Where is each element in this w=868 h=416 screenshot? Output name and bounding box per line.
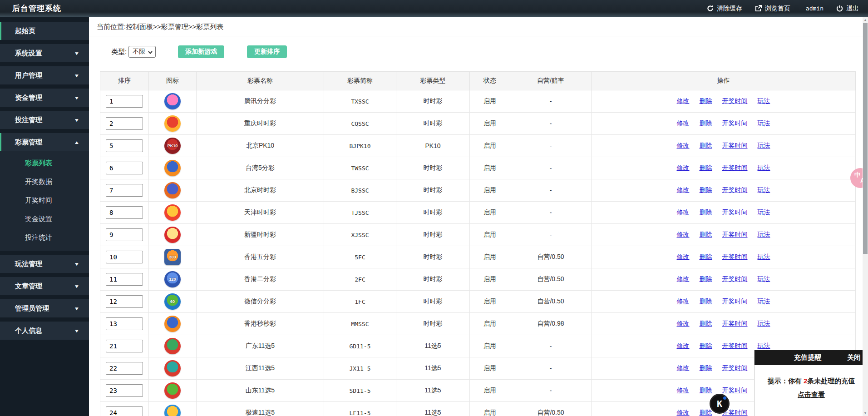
sidebar-item[interactable]: 系统设置▼ (0, 44, 89, 62)
delete-link[interactable]: 删除 (700, 186, 712, 193)
draw-time-link[interactable]: 开奖时间 (722, 364, 748, 371)
sort-input[interactable] (106, 251, 143, 263)
sort-input[interactable] (106, 406, 143, 416)
sidebar-item[interactable]: 管理员管理▼ (0, 299, 89, 317)
delete-link[interactable]: 删除 (700, 253, 712, 260)
edit-link[interactable]: 修改 (677, 119, 690, 127)
draw-time-link[interactable]: 开奖时间 (722, 208, 748, 216)
scroll-up-arrow-icon[interactable]: ▲ (863, 17, 868, 23)
play-rules-link[interactable]: 玩法 (758, 97, 770, 104)
sort-input[interactable] (106, 384, 143, 397)
sidebar-subitem[interactable]: 奖金设置 (0, 210, 89, 228)
sidebar-item[interactable]: 玩法管理▼ (0, 255, 89, 273)
draw-time-link[interactable]: 开奖时间 (722, 253, 748, 260)
draw-time-link[interactable]: 开奖时间 (722, 142, 748, 149)
edit-link[interactable]: 修改 (677, 297, 690, 305)
draw-time-link[interactable]: 开奖时间 (722, 186, 748, 193)
edit-link[interactable]: 修改 (677, 386, 690, 394)
k-floating-button[interactable]: K (710, 394, 730, 414)
delete-link[interactable]: 删除 (700, 409, 712, 416)
play-rules-link[interactable]: 玩法 (758, 320, 770, 327)
add-game-button[interactable]: 添加新游戏 (178, 45, 224, 58)
delete-link[interactable]: 删除 (700, 320, 712, 327)
play-rules-link[interactable]: 玩法 (758, 231, 770, 238)
draw-time-link[interactable]: 开奖时间 (722, 119, 748, 127)
sort-input[interactable] (106, 340, 143, 352)
type-filter-select[interactable]: 不限 (128, 46, 156, 58)
draw-time-link[interactable]: 开奖时间 (722, 97, 748, 104)
edit-link[interactable]: 修改 (677, 253, 690, 260)
scrollbar-thumb[interactable] (863, 23, 868, 254)
sort-input[interactable] (106, 162, 143, 174)
sort-input[interactable] (106, 206, 143, 219)
sidebar-item[interactable]: 投注管理▼ (0, 111, 89, 129)
edit-link[interactable]: 修改 (677, 164, 690, 171)
play-rules-link[interactable]: 玩法 (758, 119, 770, 127)
play-rules-link[interactable]: 玩法 (758, 297, 770, 305)
sort-input[interactable] (106, 139, 143, 152)
play-rules-link[interactable]: 玩法 (758, 142, 770, 149)
delete-link[interactable]: 删除 (700, 208, 712, 216)
edit-link[interactable]: 修改 (677, 142, 690, 149)
sidebar-subitem[interactable]: 彩票列表 (0, 154, 89, 173)
delete-link[interactable]: 删除 (700, 386, 712, 394)
delete-link[interactable]: 删除 (700, 364, 712, 371)
sidebar-subitem[interactable]: 开奖时间 (0, 191, 89, 210)
draw-time-link[interactable]: 开奖时间 (722, 231, 748, 238)
play-rules-link[interactable]: 玩法 (758, 186, 770, 193)
sort-input[interactable] (106, 184, 143, 197)
sidebar-subitem[interactable]: 投注统计 (0, 228, 89, 247)
sort-input[interactable] (106, 362, 143, 375)
notice-view-link[interactable]: 点击查看 (798, 391, 825, 399)
delete-link[interactable]: 删除 (700, 142, 712, 149)
draw-time-link[interactable]: 开奖时间 (722, 342, 748, 349)
delete-link[interactable]: 删除 (700, 231, 712, 238)
update-sort-button[interactable]: 更新排序 (247, 45, 287, 58)
play-rules-link[interactable]: 玩法 (758, 275, 770, 282)
status-label-cell: 启用 (470, 179, 510, 202)
edit-link[interactable]: 修改 (677, 231, 690, 238)
sidebar-item[interactable]: 资金管理▼ (0, 89, 89, 107)
delete-link[interactable]: 删除 (700, 164, 712, 171)
sidebar-item[interactable]: 个人信息▼ (0, 322, 89, 340)
edit-link[interactable]: 修改 (677, 342, 690, 349)
logout-button[interactable]: 退出 (836, 5, 859, 13)
sidebar-item[interactable]: 文章管理▼ (0, 277, 89, 295)
play-rules-link[interactable]: 玩法 (758, 342, 770, 349)
sort-input[interactable] (106, 317, 143, 330)
sort-input[interactable] (106, 228, 143, 241)
vertical-scrollbar[interactable]: ▲ ▼ (863, 17, 868, 416)
edit-link[interactable]: 修改 (677, 409, 690, 416)
sidebar-item[interactable]: 起始页 (0, 22, 89, 40)
scroll-down-arrow-icon[interactable]: ▼ (863, 410, 868, 416)
delete-link[interactable]: 删除 (700, 275, 712, 282)
edit-link[interactable]: 修改 (677, 275, 690, 282)
play-rules-link[interactable]: 玩法 (758, 208, 770, 216)
edit-link[interactable]: 修改 (677, 208, 690, 216)
edit-link[interactable]: 修改 (677, 97, 690, 104)
sidebar-item[interactable]: 彩票管理▲ (0, 133, 89, 151)
play-rules-link[interactable]: 玩法 (758, 253, 770, 260)
browse-home-button[interactable]: 浏览首页 (755, 5, 790, 13)
draw-time-link[interactable]: 开奖时间 (722, 320, 748, 327)
edit-link[interactable]: 修改 (677, 186, 690, 193)
edit-link[interactable]: 修改 (677, 364, 690, 371)
draw-time-link[interactable]: 开奖时间 (722, 164, 748, 171)
sort-input[interactable] (106, 95, 143, 108)
draw-time-link[interactable]: 开奖时间 (722, 275, 748, 282)
draw-time-link[interactable]: 开奖时间 (722, 386, 748, 394)
delete-link[interactable]: 删除 (700, 297, 712, 305)
sort-input[interactable] (106, 273, 143, 286)
sidebar-item[interactable]: 用户管理▼ (0, 66, 89, 84)
edit-link[interactable]: 修改 (677, 320, 690, 327)
sidebar-subitem[interactable]: 开奖数据 (0, 173, 89, 191)
play-rules-link[interactable]: 玩法 (758, 164, 770, 171)
delete-link[interactable]: 删除 (700, 342, 712, 349)
sort-input[interactable] (106, 295, 143, 308)
delete-link[interactable]: 删除 (700, 97, 712, 104)
notification-dot (723, 396, 726, 400)
clear-cache-button[interactable]: 清除缓存 (707, 5, 742, 13)
sort-input[interactable] (106, 117, 143, 130)
delete-link[interactable]: 删除 (700, 119, 712, 127)
draw-time-link[interactable]: 开奖时间 (722, 297, 748, 305)
